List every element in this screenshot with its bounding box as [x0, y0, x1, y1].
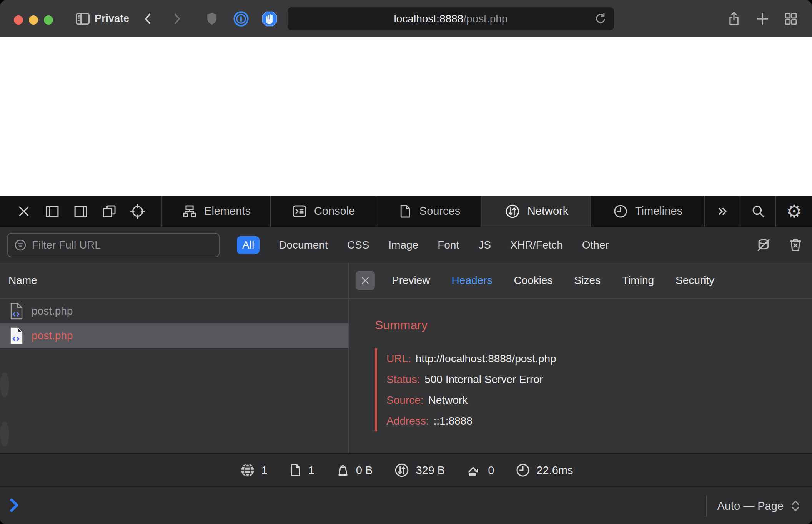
element-picker-icon[interactable]	[128, 201, 148, 221]
filter-type-image[interactable]: Image	[388, 239, 418, 251]
execution-context-picker[interactable]: Auto — Page	[706, 487, 801, 524]
tab-label: Sources	[419, 205, 460, 217]
globe-icon	[239, 462, 256, 479]
stat-redirects: 0	[466, 462, 494, 479]
close-details-icon[interactable]	[356, 271, 375, 290]
tab-network[interactable]: Network	[482, 196, 591, 227]
clock-icon	[515, 462, 531, 478]
web-page-content	[0, 37, 812, 196]
close-inspector-icon[interactable]	[14, 201, 34, 221]
weight-icon	[335, 462, 351, 478]
tab-elements[interactable]: Elements	[162, 196, 271, 227]
network-filter-bar: All Document CSS Image Font JS XHR/Fetch…	[0, 227, 812, 263]
summary-title: Summary	[375, 318, 812, 332]
filter-url-field[interactable]	[7, 233, 220, 257]
tab-overview-icon[interactable]	[782, 0, 800, 37]
file-code-icon	[10, 303, 23, 320]
filter-type-all[interactable]: All	[237, 236, 260, 254]
redirect-icon	[466, 462, 483, 479]
clear-network-items-icon[interactable]	[787, 237, 804, 254]
document-icon	[288, 462, 303, 478]
undock-window-icon[interactable]	[99, 201, 119, 221]
address-bar-text: localhost:8888/post.php	[394, 13, 508, 25]
details-tab-timing[interactable]: Timing	[622, 274, 654, 287]
privacy-shield-icon[interactable]	[203, 0, 221, 37]
network-status-bar: 1 1 0 B 329 B 0 22.6ms	[0, 453, 812, 486]
new-tab-icon[interactable]	[754, 0, 771, 37]
back-button[interactable]	[139, 0, 157, 37]
address-bar[interactable]: localhost:8888/post.php	[288, 7, 614, 30]
dock-left-icon[interactable]	[42, 201, 62, 221]
context-stepper-icon	[790, 500, 800, 512]
zoom-window-button[interactable]	[44, 15, 53, 25]
filter-type-other[interactable]: Other	[582, 239, 609, 251]
close-window-button[interactable]	[14, 15, 23, 25]
stat-resource-size: 0 B	[335, 462, 373, 478]
details-tabbar: Preview Headers Cookies Sizes Timing Sec…	[349, 263, 812, 299]
console-prompt-icon	[9, 498, 19, 512]
filter-type-js[interactable]: JS	[478, 239, 491, 251]
filter-type-xhr[interactable]: XHR/Fetch	[510, 239, 563, 251]
share-icon[interactable]	[725, 0, 743, 37]
request-file-name: post.php	[32, 330, 73, 342]
filter-url-input[interactable]	[32, 239, 213, 251]
disable-cache-icon[interactable]	[755, 237, 772, 254]
search-icon[interactable]	[740, 196, 776, 227]
tab-label: Console	[314, 205, 355, 217]
inspector-toolgroup	[0, 196, 162, 227]
safari-window: Private localhost:8888/post.php	[0, 0, 812, 524]
stat-resources: 1	[288, 462, 314, 478]
private-browsing-label: Private	[95, 0, 129, 37]
dock-right-icon[interactable]	[71, 201, 91, 221]
onepassword-extension-icon[interactable]	[231, 0, 251, 37]
file-code-icon	[10, 327, 23, 344]
headers-summary-section: Summary URL: http://localhost:8888/post.…	[349, 299, 812, 453]
filter-type-css[interactable]: CSS	[347, 239, 369, 251]
traffic-lights	[14, 15, 53, 25]
sidebar-icon[interactable]	[74, 0, 92, 37]
details-tab-preview[interactable]: Preview	[392, 274, 430, 287]
quick-console[interactable]: Auto — Page	[0, 486, 812, 524]
reload-icon[interactable]	[593, 12, 608, 26]
tab-label: Timelines	[635, 205, 682, 217]
resource-type-filters: All Document CSS Image Font JS XHR/Fetch…	[237, 236, 609, 254]
request-row-selected[interactable]: post.php	[0, 323, 348, 348]
request-list: Name post.php post.php	[0, 263, 349, 453]
stat-domains: 1	[239, 462, 268, 479]
request-file-name: post.php	[32, 305, 73, 317]
filter-icon	[13, 238, 27, 252]
details-tab-sizes[interactable]: Sizes	[574, 274, 601, 287]
more-tabs-icon[interactable]	[705, 196, 740, 227]
content-blocker-hand-icon[interactable]	[260, 0, 279, 37]
name-column-header[interactable]: Name	[0, 263, 348, 299]
summary-field-source: Source: Network	[386, 390, 812, 411]
summary-field-status: Status: 500 Internal Server Error	[386, 369, 812, 390]
settings-gear-icon[interactable]: ⚙	[776, 196, 812, 227]
tab-timelines[interactable]: Timelines	[591, 196, 705, 227]
summary-field-url: URL: http://localhost:8888/post.php	[386, 348, 812, 369]
filter-type-document[interactable]: Document	[279, 239, 328, 251]
details-tab-headers[interactable]: Headers	[452, 274, 493, 287]
stat-transfer-size: 329 B	[393, 462, 445, 479]
filter-type-font[interactable]: Font	[438, 239, 459, 251]
request-details-panel: Preview Headers Cookies Sizes Timing Sec…	[349, 263, 812, 453]
stat-load-time: 22.6ms	[515, 462, 573, 478]
minimize-window-button[interactable]	[29, 15, 38, 25]
execution-context-label: Auto — Page	[717, 500, 784, 512]
tab-console[interactable]: Console	[271, 196, 376, 227]
network-main: Name post.php post.php Preview Header	[0, 263, 812, 453]
tab-sources[interactable]: Sources	[376, 196, 482, 227]
tab-label: Network	[527, 205, 568, 217]
summary-fields: URL: http://localhost:8888/post.php Stat…	[375, 348, 812, 431]
forward-button[interactable]	[168, 0, 186, 37]
browser-titlebar: Private localhost:8888/post.php	[0, 0, 812, 37]
inspector-tabbar: Elements Console Sources Network Timelin…	[0, 196, 812, 227]
request-row[interactable]: post.php	[0, 299, 348, 323]
summary-field-address: Address: ::1:8888	[386, 411, 812, 431]
details-tab-security[interactable]: Security	[676, 274, 714, 287]
tab-label: Elements	[204, 205, 251, 217]
details-tab-cookies[interactable]: Cookies	[514, 274, 552, 287]
transfer-icon	[393, 462, 410, 479]
